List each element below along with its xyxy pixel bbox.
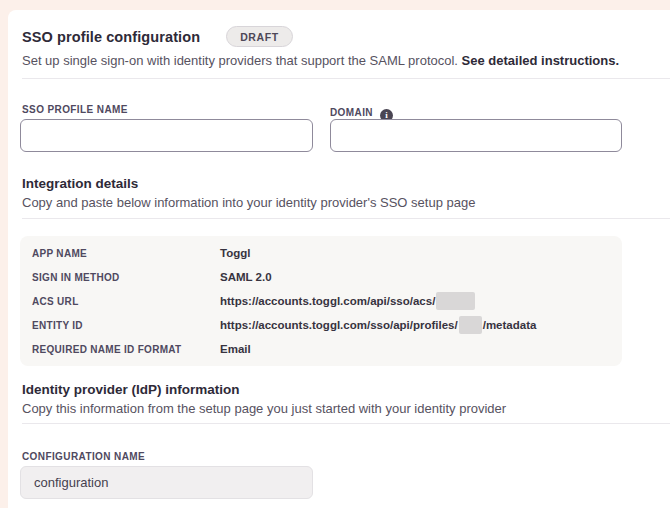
page-title: SSO profile configuration [22, 29, 200, 45]
row-value: Email [220, 343, 251, 355]
detailed-instructions-link[interactable]: See detailed instructions. [462, 53, 620, 68]
table-row: APP NAME Toggl [20, 241, 622, 265]
row-label: ENTITY ID [32, 320, 220, 331]
idp-information-title: Identity provider (IdP) information [22, 382, 240, 397]
integration-details-subtitle: Copy and paste below information into yo… [22, 195, 475, 210]
integration-info-table: APP NAME Toggl SIGN IN METHOD SAML 2.0 A… [20, 236, 622, 366]
table-row: SIGN IN METHOD SAML 2.0 [20, 265, 622, 289]
row-value: Toggl [220, 247, 250, 259]
divider [22, 78, 670, 79]
divider [22, 423, 670, 424]
entity-id-suffix: /metadata [483, 319, 537, 331]
row-value: https://accounts.toggl.com/sso/api/profi… [220, 316, 536, 334]
divider [22, 218, 670, 219]
sso-settings-card: SSO profile configuration DRAFT Set up s… [8, 10, 670, 508]
row-label: APP NAME [32, 248, 220, 259]
row-value: https://accounts.toggl.com/api/sso/acs/ [220, 292, 476, 310]
row-label: ACS URL [32, 296, 220, 307]
table-row: ACS URL https://accounts.toggl.com/api/s… [20, 289, 622, 313]
subtitle-text: Set up single sign-on with identity prov… [22, 53, 462, 68]
header: SSO profile configuration DRAFT [22, 26, 293, 47]
domain-label: DOMAIN [330, 107, 373, 118]
redacted-value [436, 292, 475, 310]
header-subtitle: Set up single sign-on with identity prov… [22, 53, 619, 68]
entity-id-text: https://accounts.toggl.com/sso/api/profi… [220, 319, 458, 331]
sso-profile-name-label: SSO PROFILE NAME [22, 104, 128, 115]
domain-input[interactable] [330, 119, 622, 152]
row-value: SAML 2.0 [220, 271, 272, 283]
row-label: REQUIRED NAME ID FORMAT [32, 344, 220, 355]
acs-url-text: https://accounts.toggl.com/api/sso/acs/ [220, 295, 435, 307]
status-badge: DRAFT [226, 26, 293, 47]
configuration-name-label: CONFIGURATION NAME [22, 451, 145, 462]
idp-information-subtitle: Copy this information from the setup pag… [22, 401, 506, 416]
table-row: REQUIRED NAME ID FORMAT Email [20, 337, 622, 361]
table-row: ENTITY ID https://accounts.toggl.com/sso… [20, 313, 622, 337]
sso-profile-name-input[interactable] [20, 119, 313, 152]
configuration-name-input[interactable] [20, 466, 313, 499]
integration-details-title: Integration details [22, 176, 138, 191]
row-label: SIGN IN METHOD [32, 272, 220, 283]
redacted-value [459, 316, 482, 334]
